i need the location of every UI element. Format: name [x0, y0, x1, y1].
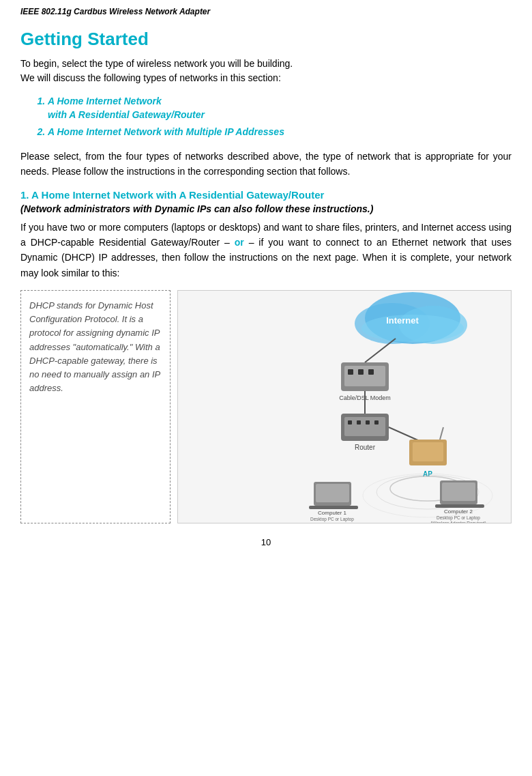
svg-rect-21 [413, 442, 443, 461]
svg-rect-13 [344, 417, 385, 436]
page-title: Getting Started [20, 29, 512, 50]
svg-rect-9 [368, 369, 374, 375]
svg-text:Computer 1: Computer 1 [318, 510, 346, 516]
section-title: 1. A Home Internet Network with A Reside… [20, 189, 512, 201]
internet-label: Internet [386, 315, 419, 326]
page-header: IEEE 802.11g Cardbus Wireless Network Ad… [20, 7, 512, 16]
svg-rect-14 [348, 420, 352, 425]
list-item-1: A Home Internet Network with A Residenti… [48, 95, 512, 121]
numbered-list: A Home Internet Network with A Residenti… [48, 95, 512, 139]
svg-text:Router: Router [355, 444, 376, 451]
list-item-1-line1: A Home Internet Network [48, 96, 162, 106]
intro-line2: We will discuss the following types of n… [20, 72, 281, 83]
section-subtitle: (Network administrators with Dynamic IPs… [20, 203, 512, 214]
svg-text:(Wireless Adapter Required): (Wireless Adapter Required) [304, 522, 360, 523]
svg-rect-7 [348, 369, 353, 375]
list-item-2: A Home Internet Network with Multiple IP… [48, 126, 512, 139]
dhcp-box: DHCP stands for Dynamic Host Configurati… [20, 290, 171, 523]
svg-rect-15 [357, 420, 361, 425]
svg-rect-16 [366, 420, 370, 425]
network-diagram: Internet Cable/DSL Modem Router [177, 290, 512, 523]
intro-text: To begin, select the type of wireless ne… [20, 57, 512, 85]
network-svg: Internet Cable/DSL Modem Router [178, 291, 511, 523]
body-paragraph: Please select, from the four types of ne… [20, 149, 512, 179]
intro-line1: To begin, select the type of wireless ne… [20, 58, 293, 69]
page-number: 10 [20, 537, 512, 547]
dhcp-box-text: DHCP stands for Dynamic Host Configurati… [29, 300, 160, 393]
svg-rect-34 [442, 483, 475, 501]
or-text: or [235, 237, 244, 248]
svg-text:Computer 2: Computer 2 [444, 508, 473, 515]
svg-text:(Wireless Adapter Required): (Wireless Adapter Required) [430, 521, 486, 523]
svg-rect-8 [358, 369, 364, 375]
svg-rect-6 [344, 366, 385, 386]
svg-rect-29 [309, 506, 358, 509]
svg-text:Desktop PC or Laptop: Desktop PC or Laptop [437, 515, 480, 521]
svg-rect-35 [435, 504, 484, 508]
list-item-1-line2: with A Residential Gateway/Router [48, 109, 205, 120]
svg-text:Desktop PC or Laptop: Desktop PC or Laptop [310, 517, 354, 522]
list-item-2-line1: A Home Internet Network with Multiple IP… [48, 126, 284, 137]
svg-rect-17 [374, 420, 379, 425]
header-title: IEEE 802.11g Cardbus Wireless Network Ad… [20, 7, 210, 16]
svg-rect-28 [316, 484, 349, 502]
content-area: DHCP stands for Dynamic Host Configurati… [20, 290, 512, 523]
svg-line-22 [440, 427, 443, 440]
section-body: If you have two or more computers (lapto… [20, 220, 512, 281]
svg-line-19 [389, 427, 419, 441]
